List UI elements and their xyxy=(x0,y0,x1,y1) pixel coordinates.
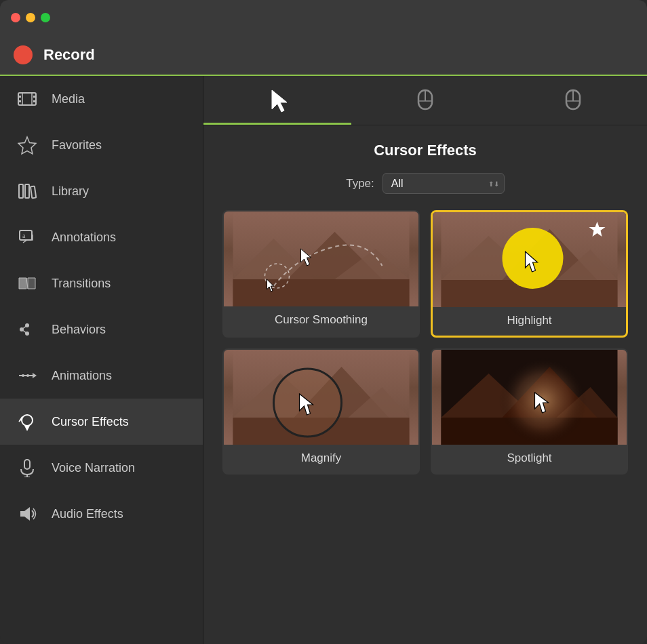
sidebar-item-favorites[interactable]: Favorites xyxy=(0,122,203,168)
sidebar-label-audio-effects: Audio Effects xyxy=(52,507,123,521)
books-icon xyxy=(16,180,38,202)
sidebar-label-behaviors: Behaviors xyxy=(52,323,106,337)
annotation-icon: a xyxy=(16,226,38,248)
svg-rect-28 xyxy=(24,460,30,469)
transition-icon xyxy=(16,273,38,294)
sidebar-item-library[interactable]: Library xyxy=(0,168,203,214)
magnify-label: Magnify xyxy=(224,445,418,473)
sidebar-item-voice-narration[interactable]: Voice Narration xyxy=(0,445,203,491)
record-indicator xyxy=(14,45,33,64)
type-row: Type: All Highlight Magnify Spotlight Cu… xyxy=(222,173,628,194)
app-title: Record xyxy=(43,46,95,64)
svg-marker-32 xyxy=(272,90,287,112)
svg-point-23 xyxy=(22,374,24,377)
svg-marker-7 xyxy=(18,137,36,154)
sidebar-item-annotations[interactable]: a Annotations xyxy=(0,214,203,260)
highlight-label: Highlight xyxy=(433,307,626,336)
sidebar-label-library: Library xyxy=(52,184,89,199)
tab-left-click[interactable] xyxy=(351,76,499,125)
svg-rect-1 xyxy=(18,96,21,98)
sidebar-label-animations: Animations xyxy=(52,369,112,383)
sidebar-item-media[interactable]: Media xyxy=(0,76,203,122)
sidebar-label-transitions: Transitions xyxy=(52,277,111,291)
cursor-smoothing-thumbnail xyxy=(224,212,418,306)
svg-marker-26 xyxy=(24,426,30,431)
svg-rect-0 xyxy=(18,93,36,105)
sidebar-label-voice-narration: Voice Narration xyxy=(52,461,135,475)
content-inner: Cursor Effects Type: All Highlight Magni… xyxy=(203,125,647,644)
sidebar-label-annotations: Annotations xyxy=(52,230,116,245)
main-layout: Media Favorites Library xyxy=(0,76,647,644)
svg-rect-4 xyxy=(33,100,36,102)
magnify-thumbnail xyxy=(224,350,418,445)
svg-line-20 xyxy=(22,329,27,334)
sidebar-item-behaviors[interactable]: Behaviors xyxy=(0,306,203,353)
spotlight-label: Spotlight xyxy=(432,445,627,473)
svg-rect-8 xyxy=(19,184,23,198)
maximize-button[interactable] xyxy=(41,13,50,22)
type-select[interactable]: All Highlight Magnify Spotlight Cursor S… xyxy=(383,173,505,194)
svg-point-25 xyxy=(22,415,33,426)
type-label: Type: xyxy=(346,177,374,190)
sidebar-label-media: Media xyxy=(52,92,85,106)
star-icon xyxy=(16,134,38,156)
tab-cursor[interactable] xyxy=(203,76,351,125)
sidebar-label-cursor-effects: Cursor Effects xyxy=(52,415,129,429)
svg-marker-14 xyxy=(28,278,35,289)
minimize-button[interactable] xyxy=(26,13,35,22)
sidebar: Media Favorites Library xyxy=(0,76,203,644)
svg-line-19 xyxy=(22,325,27,329)
sidebar-label-favorites: Favorites xyxy=(52,138,102,153)
effects-grid: Cursor Smoothing xyxy=(222,210,628,475)
svg-rect-2 xyxy=(18,100,21,102)
effect-card-magnify[interactable]: Magnify xyxy=(222,348,420,475)
sidebar-item-cursor-effects[interactable]: Cursor Effects xyxy=(0,399,203,445)
svg-marker-22 xyxy=(33,373,37,378)
tabs-bar xyxy=(203,76,647,125)
cursor-smoothing-label: Cursor Smoothing xyxy=(224,306,418,335)
effect-card-highlight[interactable]: Highlight xyxy=(431,210,628,338)
svg-point-24 xyxy=(26,374,29,377)
sidebar-item-audio-effects[interactable]: Audio Effects xyxy=(0,491,203,537)
svg-rect-9 xyxy=(25,184,29,198)
svg-rect-44 xyxy=(233,279,410,306)
spotlight-thumbnail xyxy=(432,350,627,445)
svg-text:a: a xyxy=(22,232,26,239)
effect-card-cursor-smoothing[interactable]: Cursor Smoothing xyxy=(222,210,420,338)
mic-icon xyxy=(16,457,38,479)
svg-rect-3 xyxy=(33,96,36,98)
content-area: Cursor Effects Type: All Highlight Magni… xyxy=(203,76,647,644)
behaviors-icon xyxy=(16,319,38,340)
svg-marker-13 xyxy=(19,278,26,289)
sidebar-item-animations[interactable]: Animations xyxy=(0,353,203,399)
header: Record xyxy=(0,35,647,76)
titlebar xyxy=(0,0,647,35)
svg-marker-31 xyxy=(20,507,30,521)
sidebar-item-transitions[interactable]: Transitions xyxy=(0,260,203,306)
highlight-thumbnail xyxy=(433,212,626,307)
animations-icon xyxy=(16,365,38,386)
traffic-lights xyxy=(11,13,50,22)
svg-rect-10 xyxy=(31,186,36,199)
tab-right-click[interactable] xyxy=(499,76,647,125)
audio-icon xyxy=(16,503,38,525)
svg-rect-11 xyxy=(20,230,32,240)
film-icon xyxy=(16,88,38,110)
cursor-icon xyxy=(16,411,38,432)
effect-card-spotlight[interactable]: Spotlight xyxy=(431,348,628,475)
section-title: Cursor Effects xyxy=(222,142,628,159)
close-button[interactable] xyxy=(11,13,20,22)
type-select-wrapper: All Highlight Magnify Spotlight Cursor S… xyxy=(383,173,505,194)
